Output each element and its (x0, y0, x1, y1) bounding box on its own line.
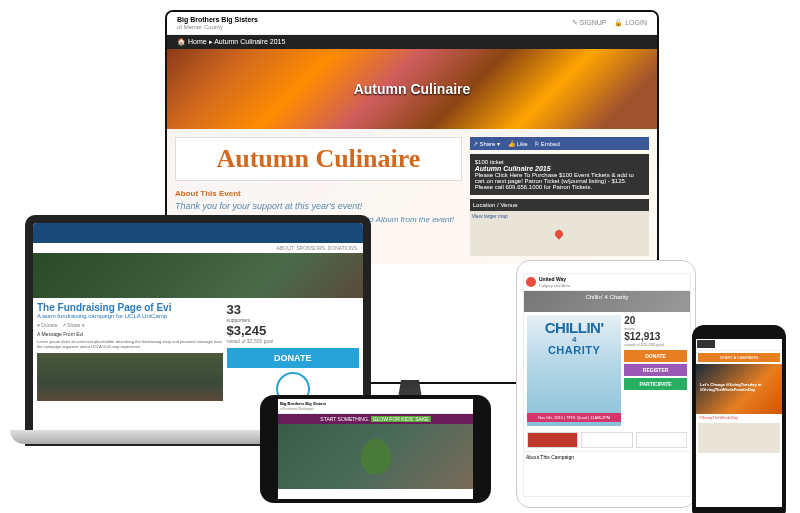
phone-v-screen: START A CAMPAIGN Let's Change #GivingTue… (696, 339, 782, 507)
page-title: The Fundraising Page of Evi (37, 302, 223, 313)
tablet-main: CHILLIN' 4 CHARITY Nov 5th, 2015 | TFDL … (527, 315, 621, 426)
teams-count: 20 (624, 315, 687, 326)
poster-4: 4 (527, 335, 621, 344)
goal-label: raised of $3,500 goal (227, 338, 360, 344)
laptop-body: The Fundraising Page of Evi A team fundr… (33, 298, 363, 410)
map-widget[interactable]: View larger map (470, 211, 649, 256)
laptop-left-col: The Fundraising Page of Evi A team fundr… (37, 302, 223, 406)
side-column: ↗ Share ▾ 👍 Like ⎘ Embed $100 ticket Aut… (470, 137, 649, 256)
embed-button[interactable]: ⎘ Embed (535, 141, 560, 147)
supporters-count: 33 (227, 302, 360, 317)
hero-title: Autumn Culinaire (354, 81, 471, 97)
message-heading: A Message From Evi (37, 331, 223, 337)
phone-h-hero (278, 424, 473, 489)
share-button[interactable]: ↗ Share ▾ (473, 141, 500, 147)
participate-button[interactable]: PARTICIPATE (624, 378, 687, 390)
ticket-desc: Please Click Here To Purchase $100 Event… (475, 172, 644, 190)
nav-home[interactable]: 🏠 Home (177, 38, 207, 45)
phone-h-banner: START SOMETHING. GLOW FOR KIDS' SAKE (278, 414, 473, 424)
laptop-hero (33, 253, 363, 298)
laptop-right-col: 33 supporters $3,245 raised of $3,500 go… (227, 302, 360, 406)
sponsor-row (524, 429, 690, 451)
header-auth: ✎ SIGNUP 🔒 LOGIN (566, 19, 647, 27)
like-button[interactable]: 👍 Like (508, 141, 528, 147)
phone-v-hero: Let's Change #GivingTuesday to #GivingTh… (696, 364, 782, 414)
event-poster: CHILLIN' 4 CHARITY Nov 5th, 2015 | TFDL … (527, 315, 621, 426)
hero-banner: Autumn Culinaire (167, 49, 657, 129)
thanks-message: Thank you for your support at this year'… (175, 201, 462, 211)
tablet-header: United Way Calgary and Area (524, 274, 690, 291)
donate-link[interactable]: ♥ Donate (37, 322, 57, 328)
page-subtitle: A team fundraising campaign for UCLA Uni… (37, 313, 223, 319)
device-mockup-collage: Big Brothers Big Sisters of Mercer Count… (0, 0, 800, 513)
org-logo-block: Big Brothers Big Sisters of Mercer Count… (177, 16, 258, 30)
raised-amount: $3,245 (227, 323, 360, 338)
location-label: Location / Venue (470, 199, 649, 211)
login-link[interactable]: 🔒 LOGIN (614, 19, 647, 26)
photo-strip (37, 353, 223, 401)
nav-crumb[interactable]: ▸ Autumn Culinaire 2015 (209, 38, 286, 45)
poster-date: Nov 5th, 2015 | TFDL Quad | 11AM-2PM (527, 413, 621, 422)
phone-h-screen: Big Brothers Big Sisters of Southwest Wa… (278, 399, 473, 499)
register-button[interactable]: REGISTER (624, 364, 687, 376)
share-link[interactable]: ↗ Share ▾ (62, 322, 85, 328)
about-campaign-label: About This Campaign (524, 451, 690, 462)
phone-v-header (696, 340, 782, 351)
mask-face-icon (361, 439, 391, 474)
sponsor-logo (581, 432, 632, 448)
phone-h-header: Big Brothers Big Sisters of Southwest Wa… (278, 399, 473, 414)
desktop-header: Big Brothers Big Sisters of Mercer Count… (167, 12, 657, 35)
message-body: Lorem ipsum dolor sit amet text placehol… (37, 339, 223, 349)
united-way-logo-icon (526, 277, 536, 287)
tablet-hero: Chillin' 4 Charity (524, 291, 690, 312)
phone-portrait: START A CAMPAIGN Let's Change #GivingTue… (692, 325, 786, 513)
tablet-org: United Way Calgary and Area (539, 276, 570, 288)
donate-button[interactable]: DONATE (227, 348, 360, 368)
tablet-org-sub: Calgary and Area (539, 283, 570, 288)
tablet-side: 20 teams $12,913 raised of $15,000 goal … (624, 315, 687, 426)
tablet: United Way Calgary and Area Chillin' 4 C… (516, 260, 696, 508)
phone-landscape: Big Brothers Big Sisters of Southwest Wa… (260, 395, 491, 503)
phone-v-map[interactable] (698, 423, 780, 453)
phone-v-headline: Let's Change #GivingTuesday to #GivingTh… (696, 364, 782, 392)
poster-line1: CHILLIN' (527, 321, 621, 335)
hashtag[interactable]: #GivingTheWholeDay (696, 414, 782, 421)
donate-button[interactable]: DONATE (624, 350, 687, 362)
banner-start-text: START SOMETHING. (320, 416, 369, 422)
phone-v-logo-icon (697, 340, 715, 348)
org-subtitle: of Mercer County (177, 24, 223, 30)
signup-link[interactable]: ✎ SIGNUP (572, 19, 607, 26)
tablet-goal: raised of $15,000 goal (624, 342, 687, 347)
poster-line2: CHARITY (527, 344, 621, 356)
tablet-body: CHILLIN' 4 CHARITY Nov 5th, 2015 | TFDL … (524, 312, 690, 429)
share-bar: ↗ Share ▾ 👍 Like ⎘ Embed (470, 137, 649, 150)
phone-h-org-sub: of Southwest Washington (280, 407, 314, 411)
tablet-screen: United Way Calgary and Area Chillin' 4 C… (523, 273, 691, 497)
breadcrumb-bar: 🏠 Home ▸ Autumn Culinaire 2015 (167, 35, 657, 49)
ticket-title: Autumn Culinaire 2015 (475, 165, 644, 172)
banner-glow-text[interactable]: GLOW FOR KIDS' SAKE (371, 416, 431, 422)
laptop-header (33, 223, 363, 243)
laptop-nav: ABOUT SPONSORS DONATIONS (33, 243, 363, 253)
event-title: Autumn Culinaire (175, 137, 462, 181)
action-row: ♥ Donate ↗ Share ▾ (37, 322, 223, 328)
phone-h-org: Big Brothers Big Sisters (280, 401, 326, 406)
map-link[interactable]: View larger map (470, 211, 649, 221)
about-label: About This Event (175, 189, 462, 198)
start-campaign-button[interactable]: START A CAMPAIGN (698, 353, 780, 362)
ticket-box[interactable]: $100 ticket Autumn Culinaire 2015 Please… (470, 154, 649, 195)
tablet-raised: $12,913 (624, 331, 687, 342)
map-pin-icon (554, 228, 565, 239)
org-name: Big Brothers Big Sisters (177, 16, 258, 23)
sponsor-logo (527, 432, 578, 448)
tablet-org-name: United Way (539, 276, 566, 282)
sponsor-logo (636, 432, 687, 448)
